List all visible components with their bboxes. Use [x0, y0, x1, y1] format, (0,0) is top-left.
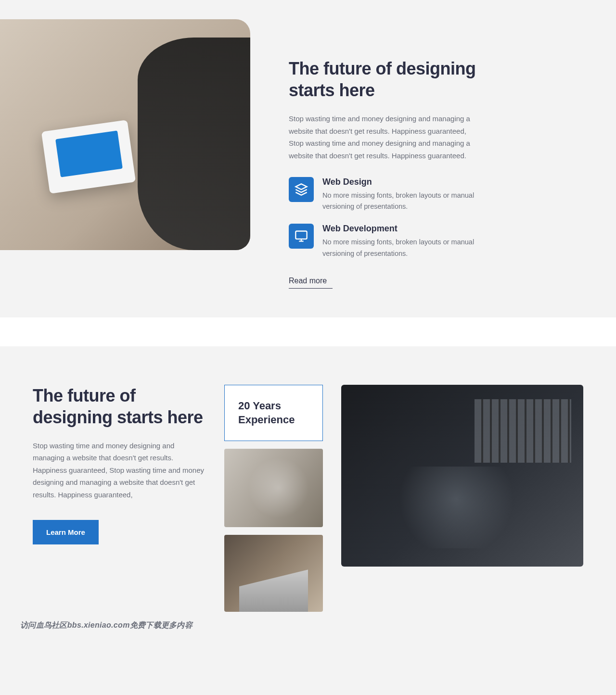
learn-more-button[interactable]: Learn More — [33, 520, 99, 544]
feature-desc: No more missing fonts, broken layouts or… — [322, 190, 481, 212]
layers-icon — [289, 177, 314, 202]
hero-body: Stop wasting time and money designing an… — [289, 113, 481, 162]
feature-web-design: Web Design No more missing fonts, broken… — [289, 177, 481, 212]
hero-content: The future of designing starts here Stop… — [289, 19, 481, 289]
hero-image — [0, 19, 250, 250]
feature-title: Web Development — [322, 224, 481, 234]
about-section: The future of designing starts here Stop… — [0, 346, 616, 631]
hero-heading: The future of designing starts here — [289, 58, 481, 101]
svg-rect-1 — [295, 231, 307, 239]
gallery-image-3 — [341, 385, 583, 567]
about-gallery-large — [341, 385, 583, 612]
about-content: The future of designing starts here Stop… — [33, 385, 206, 612]
about-body: Stop wasting time and money designing an… — [33, 440, 206, 501]
svg-marker-0 — [295, 184, 307, 190]
about-heading: The future of designing starts here — [33, 385, 206, 428]
read-more-link[interactable]: Read more — [289, 275, 333, 289]
experience-card: 20 Years Experience — [224, 385, 323, 441]
watermark-text: 访问血鸟社区bbs.xieniao.com免费下载更多内容 — [20, 620, 192, 631]
monitor-icon — [289, 224, 314, 249]
gallery-image-2 — [224, 535, 323, 612]
feature-desc: No more missing fonts, broken layouts or… — [322, 237, 481, 259]
hero-section: The future of designing starts here Stop… — [0, 19, 616, 317]
gallery-image-1 — [224, 449, 323, 527]
feature-web-development: Web Development No more missing fonts, b… — [289, 224, 481, 259]
section-divider — [0, 317, 616, 346]
about-gallery-col: 20 Years Experience — [224, 385, 323, 612]
feature-title: Web Design — [322, 177, 481, 187]
